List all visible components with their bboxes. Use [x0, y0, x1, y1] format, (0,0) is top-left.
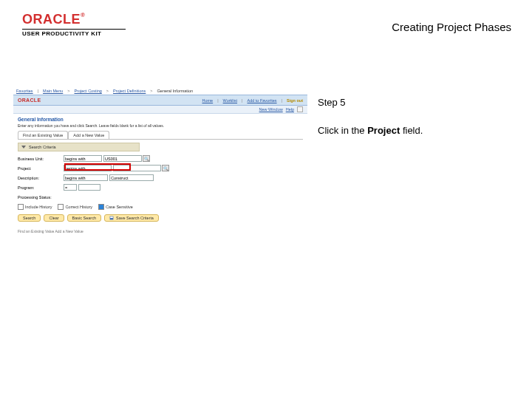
app-screenshot: Favorites| Main Menu> Project Costing> P…: [13, 87, 307, 228]
save-search-button[interactable]: Save Search Criteria: [104, 214, 159, 222]
link-sign-out[interactable]: Sign out: [287, 98, 303, 103]
tab-add-new[interactable]: Add a New Value: [68, 131, 109, 139]
footer-links[interactable]: Find an Existing Value Add a New Value: [18, 229, 303, 233]
label-description: Description:: [18, 176, 64, 180]
app-oracle-logo: ORACLE: [18, 98, 41, 103]
link-add-favorites[interactable]: Add to Favorites: [248, 98, 277, 103]
gi-subtitle: Enter any information you have and click…: [13, 123, 307, 131]
button-row: Search Clear Basic Search Save Search Cr…: [18, 214, 303, 222]
check-case-sensitive[interactable]: Case Sensitive: [98, 204, 133, 210]
page-title: Creating Project Phases: [392, 21, 511, 33]
window-button[interactable]: [297, 106, 303, 112]
oracle-logo: ORACLE®: [22, 12, 126, 27]
step-text: Click in the Project field.: [318, 124, 517, 137]
input-program[interactable]: [78, 184, 100, 191]
op-program[interactable]: [64, 184, 77, 191]
crumb-favorites[interactable]: Favorites: [16, 89, 33, 93]
label-program: Program:: [18, 185, 64, 190]
crumb-project-definitions[interactable]: Project Definitions: [113, 89, 146, 93]
op-description[interactable]: [64, 174, 108, 181]
new-window-label[interactable]: New Window: [259, 107, 283, 112]
label-project: Project:: [18, 166, 64, 171]
upk-subtitle: USER PRODUCTIVITY KIT: [22, 30, 126, 37]
search-form: Business Unit: 🔍 Project: 🔍 Description:…: [18, 154, 303, 210]
link-home[interactable]: Home: [202, 98, 214, 103]
step-label: Step 5: [318, 96, 517, 109]
lookup-business-unit-icon[interactable]: 🔍: [143, 155, 150, 162]
label-processing-status: Processing Status:: [18, 195, 71, 200]
op-project[interactable]: [64, 165, 112, 171]
crumb-project-costing[interactable]: Project Costing: [75, 89, 102, 93]
basic-search-button[interactable]: Basic Search: [67, 214, 101, 222]
svg-rect-1: [110, 216, 113, 218]
label-business-unit: Business Unit:: [18, 157, 64, 161]
brand-block: ORACLE® USER PRODUCTIVITY KIT: [22, 12, 126, 37]
section-search-criteria[interactable]: Search Criteria: [18, 143, 140, 151]
clear-button[interactable]: Clear: [44, 214, 64, 222]
app-subheader: ORACLE Home| Worklist| Add to Favorites|…: [13, 95, 307, 106]
collapse-icon: [21, 146, 26, 149]
gi-title: General Information: [13, 114, 307, 123]
op-business-unit[interactable]: [64, 155, 102, 162]
check-include-history[interactable]: Include History: [18, 204, 52, 210]
check-row: Include History Correct History Case Sen…: [18, 204, 303, 210]
help-label[interactable]: Help: [286, 107, 294, 112]
input-business-unit[interactable]: [103, 155, 142, 162]
input-project[interactable]: [113, 165, 161, 171]
check-correct-history[interactable]: Correct History: [58, 204, 92, 210]
lookup-project-icon[interactable]: 🔍: [162, 165, 169, 171]
logo-divider: [22, 29, 126, 30]
window-bar: New Window Help: [13, 106, 307, 114]
instruction-panel: Step 5 Click in the Project field.: [318, 96, 517, 137]
section-label: Search Criteria: [29, 145, 56, 149]
link-worklist[interactable]: Worklist: [223, 98, 237, 103]
tab-bar: Find an Existing Value Add a New Value: [18, 131, 303, 139]
input-description[interactable]: [109, 174, 154, 181]
save-icon: [109, 216, 114, 220]
breadcrumb: Favorites| Main Menu> Project Costing> P…: [13, 87, 307, 95]
tab-find-existing[interactable]: Find an Existing Value: [18, 131, 68, 139]
crumb-main-menu[interactable]: Main Menu: [43, 89, 63, 93]
search-button[interactable]: Search: [18, 214, 41, 222]
crumb-current: General Information: [157, 89, 194, 93]
